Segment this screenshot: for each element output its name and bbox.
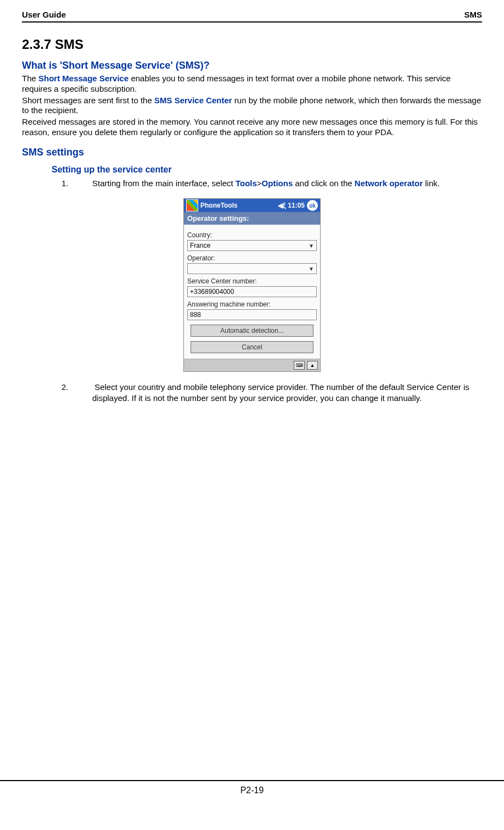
- heading-setup-service-center: Setting up the service center: [52, 165, 482, 175]
- label-operator: Operator:: [187, 254, 317, 262]
- paragraph-memory: Received messages are stored in the memo…: [22, 117, 482, 138]
- step-2: 2. Select your country and mobile teleph…: [77, 382, 482, 403]
- term-sms-service-center: SMS Service Center: [154, 96, 232, 105]
- country-dropdown[interactable]: France ▼: [187, 240, 317, 251]
- windows-logo-icon[interactable]: [186, 199, 198, 211]
- pda-app-title: PhoneTools: [200, 202, 276, 209]
- text: Short messages are sent first to the: [22, 96, 154, 105]
- term-options: Options: [262, 179, 293, 188]
- operator-dropdown[interactable]: ▼: [187, 263, 317, 274]
- keyboard-icon[interactable]: ⌨: [294, 361, 305, 370]
- paragraph-sms-intro: The Short Message Service enables you to…: [22, 74, 482, 94]
- country-value: France: [190, 242, 210, 249]
- section-title: 2.3.7 SMS: [22, 37, 482, 52]
- step-1: 1.Starting from the main interface, sele…: [77, 178, 482, 189]
- heading-what-is-sms: What is 'Short Message Service' (SMS)?: [22, 60, 482, 71]
- text: Select your country and mobile telephony…: [92, 382, 469, 403]
- chevron-down-icon: ▼: [309, 243, 314, 249]
- page-footer: P2-19: [0, 780, 504, 806]
- automatic-detection-button[interactable]: Automatic detection...: [191, 325, 313, 337]
- pda-titlebar: PhoneTools ◀ξ 11:05 ok: [184, 199, 320, 212]
- term-network-operator: Network operator: [355, 179, 423, 188]
- pda-taskbar: ⌨ ▲: [184, 359, 320, 371]
- term-tools: Tools: [236, 179, 257, 188]
- separator: >: [257, 179, 262, 188]
- text: Starting from the main interface, select: [92, 179, 236, 188]
- text: link.: [423, 179, 440, 188]
- label-answering-machine-number: Answering machine number:: [187, 300, 317, 308]
- step-number: 2.: [77, 382, 92, 393]
- answering-machine-value: 888: [190, 311, 201, 319]
- speaker-icon[interactable]: ◀ξ: [278, 202, 285, 209]
- paragraph-service-center: Short messages are sent first to the SMS…: [22, 96, 482, 116]
- header-left: User Guide: [22, 10, 66, 19]
- pda-screenshot: PhoneTools ◀ξ 11:05 ok Operator settings…: [183, 198, 321, 372]
- chevron-down-icon: ▼: [309, 266, 314, 272]
- label-service-center-number: Service Center number:: [187, 277, 317, 285]
- text: The: [22, 74, 38, 83]
- heading-sms-settings: SMS settings: [22, 147, 482, 158]
- pda-subtitle: Operator settings:: [184, 212, 320, 225]
- answering-machine-number-input[interactable]: 888: [187, 309, 317, 320]
- header-right: SMS: [464, 10, 482, 19]
- ok-button[interactable]: ok: [307, 200, 318, 211]
- service-center-number-input[interactable]: +33689004000: [187, 286, 317, 297]
- text: and click on the: [293, 179, 355, 188]
- label-country: Country:: [187, 231, 317, 239]
- cancel-button[interactable]: Cancel: [191, 341, 313, 353]
- pda-clock: 11:05: [288, 202, 305, 209]
- service-center-number-value: +33689004000: [190, 288, 234, 296]
- step-number: 1.: [77, 178, 92, 189]
- term-short-message-service: Short Message Service: [38, 74, 128, 83]
- up-arrow-icon[interactable]: ▲: [307, 361, 318, 370]
